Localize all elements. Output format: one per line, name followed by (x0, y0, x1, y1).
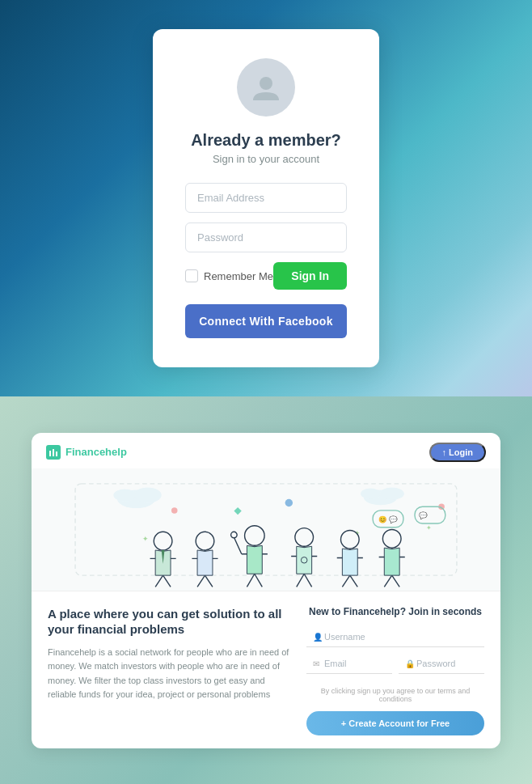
svg-point-27 (196, 532, 214, 550)
svg-rect-14 (234, 506, 241, 514)
svg-point-50 (382, 529, 401, 548)
svg-line-30 (197, 575, 205, 587)
svg-point-7 (113, 489, 136, 501)
top-section: Already a member? Sign in to your accoun… (0, 0, 532, 396)
svg-line-26 (163, 575, 171, 587)
svg-line-53 (384, 575, 391, 587)
svg-point-0 (260, 77, 272, 90)
card-subtitle: Sign in to your account (213, 153, 319, 165)
finance-bottom: A place where you can get solution to al… (32, 591, 500, 748)
terms-label: By clicking sign up you agree to our ter… (321, 687, 471, 703)
svg-text:✦: ✦ (426, 523, 432, 531)
finance-tagline: A place where you can get solution to al… (48, 606, 290, 638)
finance-left-content: A place where you can get solution to al… (48, 606, 290, 735)
svg-point-39 (295, 528, 314, 546)
create-account-button[interactable]: + Create Account for Free (306, 711, 484, 735)
svg-line-54 (392, 575, 399, 587)
username-input[interactable] (306, 627, 484, 647)
svg-text:😊 💬: 😊 💬 (378, 515, 398, 524)
email-password-row: ✉ 🔒 (306, 654, 484, 680)
remember-label: Remember Me (204, 270, 273, 282)
svg-rect-2 (53, 449, 54, 456)
card-title: Already a member? (191, 131, 341, 150)
svg-line-31 (205, 575, 213, 587)
svg-point-12 (285, 498, 293, 506)
email-wrap: ✉ (306, 654, 392, 674)
illustration-area: 😊 💬 💬 ✦ ✦ ✦ (32, 468, 500, 591)
logo-svg (49, 447, 58, 457)
svg-line-43 (304, 574, 311, 587)
user-icon (250, 71, 282, 104)
bottom-section: Financehelp ↑ Login (0, 396, 532, 784)
svg-point-10 (361, 488, 381, 498)
signin-button[interactable]: Sign In (273, 262, 347, 290)
terms-text: By clicking sign up you agree to our ter… (306, 687, 484, 703)
password-wrap: 🔒 (399, 654, 484, 674)
svg-point-22 (154, 532, 172, 550)
finance-card: Financehelp ↑ Login (32, 433, 500, 748)
svg-point-6 (134, 487, 162, 502)
username-wrap: 👤 (306, 627, 484, 647)
svg-line-49 (350, 575, 357, 587)
login-card: Already a member? Sign in to your accoun… (153, 29, 379, 367)
avatar (237, 58, 295, 117)
svg-point-38 (231, 532, 238, 538)
people-illustration: 😊 💬 💬 ✦ ✦ ✦ (32, 468, 500, 591)
finance-description: Financehelp is a social network for peop… (48, 646, 290, 702)
finance-header: Financehelp ↑ Login (32, 433, 500, 468)
password-input[interactable] (185, 222, 347, 252)
svg-point-45 (340, 530, 359, 549)
svg-line-48 (342, 575, 349, 587)
user-prefix-icon: 👤 (313, 633, 323, 642)
finance-logo: Financehelp (46, 445, 127, 460)
svg-rect-1 (49, 451, 51, 456)
email-input[interactable] (185, 183, 347, 213)
remember-me-label: Remember Me (185, 269, 273, 282)
svg-line-25 (155, 575, 163, 587)
svg-point-9 (380, 487, 404, 499)
password-prefix-icon: 🔒 (405, 659, 415, 668)
logo-icon (46, 445, 61, 460)
svg-point-11 (171, 507, 178, 514)
login-badge-button[interactable]: ↑ Login (429, 443, 487, 462)
remember-checkbox[interactable] (185, 269, 198, 282)
finance-signup-panel: New to Financehelp? Join in seconds 👤 ✉ … (306, 606, 484, 735)
signup-title: New to Financehelp? Join in seconds (306, 606, 484, 617)
svg-point-32 (245, 525, 265, 545)
form-row: Remember Me Sign In (185, 262, 347, 290)
svg-rect-3 (56, 451, 57, 456)
svg-line-37 (234, 536, 241, 553)
email-prefix-icon: ✉ (313, 659, 319, 668)
facebook-button[interactable]: Connect With Facebook (185, 304, 347, 338)
svg-text:💬: 💬 (419, 511, 428, 520)
svg-text:✦: ✦ (142, 533, 149, 542)
logo-text: Financehelp (65, 446, 127, 458)
